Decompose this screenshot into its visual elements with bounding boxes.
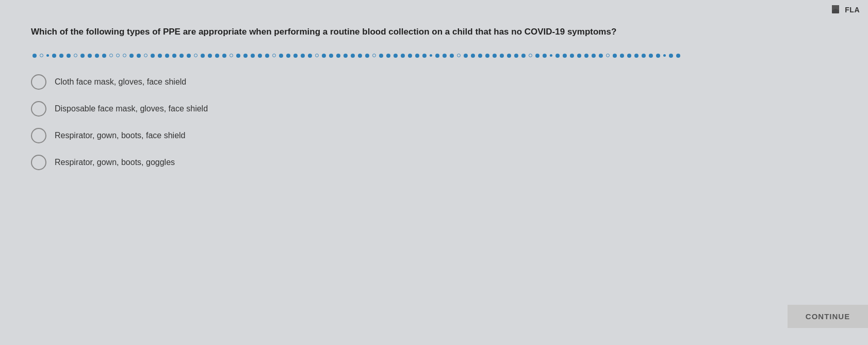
- dot: [144, 54, 148, 57]
- radio-b[interactable]: [31, 101, 46, 117]
- option-item-c[interactable]: Respirator, gown, boots, face shield: [31, 128, 837, 143]
- dot: [222, 54, 226, 58]
- dot: [443, 54, 447, 58]
- dot: [408, 54, 412, 58]
- dot: [151, 54, 155, 58]
- dot: [563, 54, 567, 58]
- dot: [606, 54, 610, 57]
- dot: [243, 54, 248, 58]
- dot: [179, 54, 184, 58]
- dot: [286, 54, 290, 58]
- dot: [634, 54, 638, 58]
- option-item-b[interactable]: Disposable face mask, gloves, face shiel…: [31, 101, 837, 117]
- dot: [422, 54, 427, 58]
- dot: [613, 54, 617, 58]
- dot: [40, 54, 43, 57]
- dot: [343, 54, 348, 58]
- dot: [258, 54, 262, 58]
- flag-icon: [830, 4, 842, 15]
- dot: [123, 54, 126, 57]
- top-bar: FLA: [822, 0, 868, 20]
- dot: [116, 54, 120, 57]
- radio-c[interactable]: [31, 128, 46, 143]
- dot: [215, 54, 219, 58]
- dot: [543, 54, 547, 58]
- dot: [464, 54, 468, 58]
- continue-button[interactable]: CONTINUE: [788, 305, 868, 328]
- option-item-a[interactable]: Cloth face mask, gloves, face shield: [31, 74, 837, 90]
- dot: [620, 54, 624, 58]
- dot: [329, 54, 333, 58]
- dot: [272, 54, 276, 57]
- flag-button[interactable]: FLA: [830, 4, 860, 15]
- dot: [379, 54, 383, 58]
- option-label-b: Disposable face mask, gloves, face shiel…: [55, 104, 208, 113]
- dot: [649, 54, 653, 58]
- dot: [493, 54, 497, 58]
- dot: [67, 54, 71, 58]
- dot: [322, 54, 326, 58]
- dot: [95, 54, 99, 58]
- dot: [194, 54, 198, 57]
- dot: [394, 54, 398, 58]
- radio-d[interactable]: [31, 155, 46, 170]
- dot: [251, 54, 255, 58]
- dot: [315, 54, 319, 57]
- dot: [230, 54, 233, 57]
- dot: [521, 54, 526, 58]
- dot: [109, 54, 113, 57]
- dot: [279, 54, 283, 58]
- dot: [584, 54, 588, 58]
- dot: [529, 54, 532, 57]
- dot: [478, 54, 482, 58]
- dot: [507, 54, 511, 58]
- dot: [627, 54, 631, 58]
- dot: [435, 54, 439, 58]
- dot: [52, 54, 56, 58]
- main-content: Which of the following types of PPE are …: [31, 26, 837, 170]
- dot: [201, 54, 205, 58]
- dot: [577, 54, 581, 58]
- dot: [555, 54, 560, 58]
- dot: [172, 54, 176, 58]
- dot: [656, 54, 660, 58]
- dot: [550, 54, 552, 57]
- option-item-d[interactable]: Respirator, gown, boots, goggles: [31, 155, 837, 170]
- dot: [372, 54, 376, 57]
- dot: [669, 54, 673, 58]
- dot: [450, 54, 454, 58]
- dot: [32, 54, 37, 58]
- dot: [265, 54, 269, 58]
- dot: [208, 54, 212, 58]
- dot: [663, 54, 666, 57]
- dot: [137, 54, 141, 58]
- flag-label: FLA: [845, 6, 860, 14]
- radio-a[interactable]: [31, 74, 46, 90]
- dot: [485, 54, 489, 58]
- dot: [415, 54, 419, 58]
- dot: [102, 54, 106, 58]
- dot: [74, 54, 77, 57]
- dot: [301, 54, 305, 58]
- dot: [158, 54, 162, 58]
- dot: [236, 54, 240, 58]
- dot: [88, 54, 92, 58]
- dot: [293, 54, 298, 58]
- dot: [570, 54, 574, 58]
- dot: [46, 54, 49, 57]
- dot: [165, 54, 169, 58]
- dot: [365, 54, 369, 58]
- question-text: Which of the following types of PPE are …: [31, 26, 837, 38]
- dot: [642, 54, 646, 58]
- dots-row: [31, 54, 837, 58]
- dot: [430, 54, 432, 57]
- dot: [500, 54, 504, 58]
- dot: [676, 54, 680, 58]
- dot: [358, 54, 362, 58]
- dot: [187, 54, 191, 58]
- dot: [457, 54, 461, 57]
- dot: [308, 54, 312, 58]
- option-label-d: Respirator, gown, boots, goggles: [55, 158, 175, 167]
- dot: [535, 54, 539, 58]
- dot: [59, 54, 63, 58]
